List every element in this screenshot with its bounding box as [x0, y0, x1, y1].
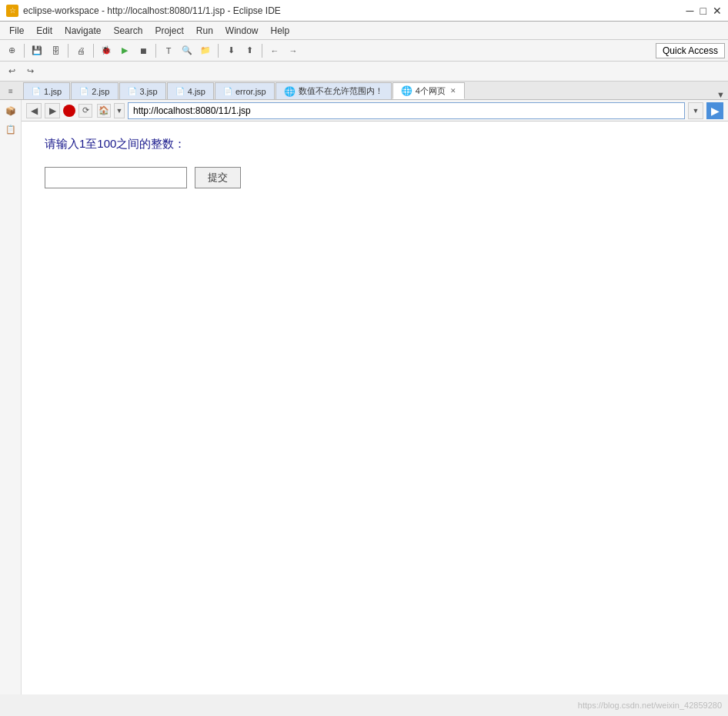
tab-1jsp-icon: 📄	[32, 87, 41, 95]
tab-outofrange[interactable]: 🌐 数值不在允许范围内！	[276, 82, 392, 99]
sidebar-icon-1[interactable]: 📦	[3, 103, 18, 118]
stop-run-btn[interactable]: ⏹	[135, 42, 152, 59]
main-content: 请输入1至100之间的整数： 提交	[22, 122, 728, 694]
page-prompt: 请输入1至100之间的整数：	[45, 137, 705, 152]
sep6	[262, 44, 262, 58]
tab-bar-collapse-btn[interactable]: ≡	[0, 82, 22, 100]
save-all-btn[interactable]: 🗄	[47, 42, 64, 59]
tab-4pages-close-btn[interactable]: ✕	[450, 87, 456, 95]
run-btn[interactable]: ▶	[116, 42, 133, 59]
new-file-btn[interactable]: ⊕	[3, 42, 20, 59]
tab-4jsp[interactable]: 📄 4.jsp	[167, 82, 214, 99]
sidebar-icon-2[interactable]: 📋	[3, 122, 18, 137]
number-input[interactable]	[45, 167, 187, 188]
sep3	[93, 44, 94, 58]
stop-btn[interactable]	[63, 105, 75, 117]
tab-bar-chevron-btn[interactable]: ▼	[716, 90, 725, 99]
tab-2jsp-icon: 📄	[79, 87, 88, 95]
tab-3jsp-icon: 📄	[128, 87, 137, 95]
sep5	[218, 44, 219, 58]
redo-btn[interactable]: ↪	[22, 63, 38, 80]
refresh-btn[interactable]: ⟳	[78, 104, 92, 118]
prev-annotation-btn[interactable]: ⬆	[241, 42, 258, 59]
tab-outofrange-icon: 🌐	[284, 86, 296, 97]
tab-3jsp[interactable]: 📄 3.jsp	[119, 82, 166, 99]
menu-edit[interactable]: Edit	[30, 24, 58, 38]
close-btn[interactable]: ✕	[713, 5, 722, 17]
secondary-toolbar: ↩ ↪	[0, 62, 728, 82]
undo-btn[interactable]: ↩	[3, 63, 20, 80]
menu-file[interactable]: File	[3, 24, 30, 38]
sep2	[68, 44, 68, 58]
go-btn[interactable]: ▶	[706, 102, 723, 119]
content-wrapper: 📦 📋 ◀ ▶ ⟳ 🏠 ▼ ▼ ▶ 请输入1至100之间的整数： 提交	[0, 100, 728, 694]
menu-search[interactable]: Search	[107, 24, 149, 38]
tab-4pages-icon: 🌐	[401, 85, 412, 96]
tab-4jsp-label: 4.jsp	[188, 87, 205, 96]
browser-toolbar: ◀ ▶ ⟳ 🏠 ▼ ▼ ▶	[22, 100, 728, 122]
left-sidebar: 📦 📋	[0, 100, 22, 694]
dropdown-btn[interactable]: ▼	[114, 103, 125, 118]
print-btn[interactable]: 🖨	[72, 42, 89, 59]
tab-2jsp-label: 2.jsp	[92, 87, 109, 96]
tab-1jsp[interactable]: 📄 1.jsp	[23, 82, 70, 99]
tab-4jsp-icon: 📄	[175, 87, 185, 95]
next-annotation-btn[interactable]: ⬇	[222, 42, 239, 59]
home-btn[interactable]: 🏠	[97, 104, 111, 118]
open-resource-btn[interactable]: 📁	[197, 42, 214, 59]
forward-nav-btn[interactable]: ▶	[45, 103, 60, 118]
submit-button[interactable]: 提交	[195, 167, 241, 188]
tab-4pages[interactable]: 🌐 4个网页 ✕	[392, 82, 465, 99]
sep4	[155, 44, 156, 58]
window-title: eclipse-workspace - http://localhost:808…	[23, 5, 281, 16]
menu-window[interactable]: Window	[219, 24, 265, 38]
input-row: 提交	[45, 167, 705, 188]
tab-errorjsp[interactable]: 📄 error.jsp	[215, 82, 275, 99]
forward-btn[interactable]: →	[285, 42, 302, 59]
menu-bar: File Edit Navigate Search Project Run Wi…	[0, 22, 728, 40]
tab-3jsp-label: 3.jsp	[140, 87, 158, 96]
minimize-btn[interactable]: ─	[686, 5, 694, 17]
eclipse-icon: ☆	[6, 5, 18, 17]
tab-outofrange-label: 数值不在允许范围内！	[299, 85, 383, 97]
tab-4pages-label: 4个网页	[416, 85, 446, 97]
main-toolbar: ⊕ 💾 🗄 🖨 🐞 ▶ ⏹ T 🔍 📁 ⬇ ⬆ ← → Quick Access	[0, 40, 728, 62]
maximize-btn[interactable]: □	[700, 5, 706, 17]
back-btn[interactable]: ←	[266, 42, 283, 59]
tab-2jsp[interactable]: 📄 2.jsp	[71, 82, 118, 99]
title-bar: ☆ eclipse-workspace - http://localhost:8…	[0, 0, 728, 22]
url-input[interactable]	[128, 102, 685, 119]
quick-access-btn[interactable]: Quick Access	[656, 43, 725, 58]
search-btn[interactable]: 🔍	[179, 42, 195, 59]
open-type-btn[interactable]: T	[160, 42, 177, 59]
tab-errorjsp-icon: 📄	[223, 87, 232, 95]
url-dropdown-btn[interactable]: ▼	[688, 102, 703, 119]
save-btn[interactable]: 💾	[28, 42, 45, 59]
tab-errorjsp-label: error.jsp	[235, 87, 266, 96]
toolbar-right: Quick Access	[656, 43, 725, 58]
menu-navigate[interactable]: Navigate	[58, 24, 107, 38]
tab-1jsp-label: 1.jsp	[44, 87, 62, 96]
debug-btn[interactable]: 🐞	[98, 42, 115, 59]
menu-help[interactable]: Help	[265, 24, 296, 38]
sep1	[24, 44, 25, 58]
tab-bar: ≡ 📄 1.jsp 📄 2.jsp 📄 3.jsp 📄 4.jsp 📄 erro…	[0, 82, 728, 100]
back-nav-btn[interactable]: ◀	[26, 103, 42, 118]
menu-run[interactable]: Run	[190, 24, 219, 38]
browser-panel: ◀ ▶ ⟳ 🏠 ▼ ▼ ▶ 请输入1至100之间的整数： 提交	[22, 100, 728, 694]
menu-project[interactable]: Project	[149, 24, 189, 38]
